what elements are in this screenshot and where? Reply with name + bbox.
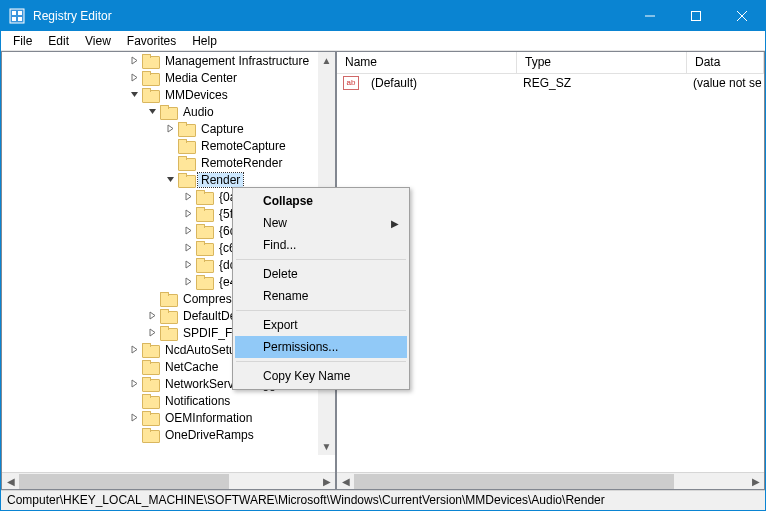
context-menu-item[interactable]: Rename <box>235 285 407 307</box>
chevron-right-icon[interactable] <box>128 72 140 84</box>
tree-item-label: OEMInformation <box>162 411 255 425</box>
scroll-left-arrow-icon[interactable]: ◀ <box>2 473 19 490</box>
tree-item[interactable]: OneDriveRamps <box>2 426 318 443</box>
chevron-down-icon[interactable] <box>128 89 140 101</box>
chevron-right-icon[interactable] <box>146 327 158 339</box>
value-name: (Default) <box>363 76 515 90</box>
context-menu-label: Find... <box>263 238 296 252</box>
tree-item-label: RemoteRender <box>198 156 285 170</box>
chevron-right-icon[interactable] <box>182 259 194 271</box>
tree-item[interactable]: Audio <box>2 103 318 120</box>
scroll-thumb[interactable] <box>19 474 229 489</box>
value-type: REG_SZ <box>515 76 685 90</box>
chevron-right-icon[interactable] <box>128 378 140 390</box>
tree-item[interactable]: Notifications <box>2 392 318 409</box>
folder-icon <box>178 139 194 153</box>
menu-file[interactable]: File <box>5 32 40 50</box>
context-menu-item[interactable]: New▶ <box>235 212 407 234</box>
chevron-right-icon[interactable] <box>128 344 140 356</box>
chevron-down-icon[interactable] <box>146 106 158 118</box>
tree-item[interactable]: RemoteCapture <box>2 137 318 154</box>
tree-item[interactable]: Render <box>2 171 318 188</box>
folder-icon <box>196 207 212 221</box>
folder-icon <box>160 326 176 340</box>
submenu-arrow-icon: ▶ <box>391 218 399 229</box>
folder-icon <box>196 190 212 204</box>
list-horizontal-scrollbar[interactable]: ◀ ▶ <box>337 472 764 489</box>
column-header-type[interactable]: Type <box>517 52 687 73</box>
chevron-right-icon[interactable] <box>128 412 140 424</box>
context-menu-item[interactable]: Find... <box>235 234 407 256</box>
scroll-up-arrow-icon[interactable]: ▲ <box>318 52 335 69</box>
context-menu-item[interactable]: Collapse <box>235 190 407 212</box>
regedit-app-icon <box>9 8 25 24</box>
folder-icon <box>142 71 158 85</box>
maximize-button[interactable] <box>673 1 719 31</box>
scroll-right-arrow-icon[interactable]: ▶ <box>747 473 764 490</box>
context-menu-label: New <box>263 216 287 230</box>
context-menu-item[interactable]: Permissions... <box>235 336 407 358</box>
folder-icon <box>142 88 158 102</box>
minimize-button[interactable] <box>627 1 673 31</box>
close-button[interactable] <box>719 1 765 31</box>
tree-item[interactable]: Capture <box>2 120 318 137</box>
context-menu-label: Permissions... <box>263 340 338 354</box>
folder-icon <box>142 394 158 408</box>
chevron-right-icon[interactable] <box>182 191 194 203</box>
context-menu-separator <box>236 361 406 362</box>
folder-icon <box>160 292 176 306</box>
statusbar: Computer\HKEY_LOCAL_MACHINE\SOFTWARE\Mic… <box>1 490 765 510</box>
context-menu-label: Copy Key Name <box>263 369 350 383</box>
tree-item-label: Capture <box>198 122 247 136</box>
chevron-right-icon[interactable] <box>182 242 194 254</box>
chevron-right-icon[interactable] <box>182 225 194 237</box>
tree-item[interactable]: MMDevices <box>2 86 318 103</box>
tree-item[interactable]: Media Center <box>2 69 318 86</box>
folder-icon <box>142 428 158 442</box>
tree-item-label: NetCache <box>162 360 221 374</box>
menu-help[interactable]: Help <box>184 32 225 50</box>
menu-favorites[interactable]: Favorites <box>119 32 184 50</box>
folder-icon <box>178 173 194 187</box>
scroll-right-arrow-icon[interactable]: ▶ <box>318 473 335 490</box>
chevron-right-icon[interactable] <box>146 310 158 322</box>
content-area: Management InfrastructureMedia CenterMMD… <box>1 51 765 490</box>
tree-item-label: Management Infrastructure <box>162 54 312 68</box>
folder-icon <box>142 377 158 391</box>
tree-item-label: NcdAutoSetu <box>162 343 239 357</box>
folder-icon <box>178 122 194 136</box>
tree-item[interactable]: OEMInformation <box>2 409 318 426</box>
folder-icon <box>196 224 212 238</box>
menu-edit[interactable]: Edit <box>40 32 77 50</box>
context-menu-item[interactable]: Export <box>235 314 407 336</box>
menu-view[interactable]: View <box>77 32 119 50</box>
window-title: Registry Editor <box>33 9 627 23</box>
tree-item-label: RemoteCapture <box>198 139 289 153</box>
registry-editor-window: Registry Editor File Edit View Favorites… <box>0 0 766 511</box>
context-menu-separator <box>236 310 406 311</box>
column-header-name[interactable]: Name <box>337 52 517 73</box>
svg-rect-2 <box>18 11 22 15</box>
tree-spacer <box>164 140 176 152</box>
chevron-right-icon[interactable] <box>128 55 140 67</box>
folder-icon <box>160 309 176 323</box>
tree-item[interactable]: RemoteRender <box>2 154 318 171</box>
context-menu-item[interactable]: Delete <box>235 263 407 285</box>
value-data: (value not se <box>685 76 764 90</box>
scroll-thumb[interactable] <box>354 474 674 489</box>
scroll-left-arrow-icon[interactable]: ◀ <box>337 473 354 490</box>
chevron-right-icon[interactable] <box>182 276 194 288</box>
folder-icon <box>196 258 212 272</box>
tree-spacer <box>164 157 176 169</box>
chevron-right-icon[interactable] <box>164 123 176 135</box>
list-item[interactable]: ab (Default) REG_SZ (value not se <box>337 74 764 92</box>
chevron-right-icon[interactable] <box>182 208 194 220</box>
folder-icon <box>142 54 158 68</box>
column-header-data[interactable]: Data <box>687 52 764 73</box>
chevron-down-icon[interactable] <box>164 174 176 186</box>
context-menu-item[interactable]: Copy Key Name <box>235 365 407 387</box>
svg-rect-4 <box>18 17 22 21</box>
tree-item[interactable]: Management Infrastructure <box>2 52 318 69</box>
scroll-down-arrow-icon[interactable]: ▼ <box>318 438 335 455</box>
tree-horizontal-scrollbar[interactable]: ◀ ▶ <box>2 472 335 489</box>
